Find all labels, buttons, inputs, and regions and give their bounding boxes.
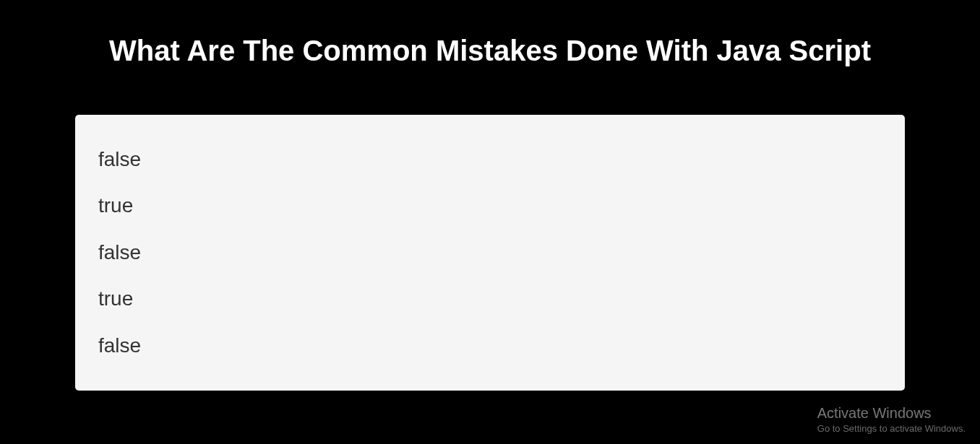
watermark-subtitle: Go to Settings to activate Windows.	[817, 423, 966, 434]
result-line: false	[87, 136, 893, 183]
watermark-title: Activate Windows	[817, 405, 966, 422]
windows-activation-watermark: Activate Windows Go to Settings to activ…	[817, 405, 966, 434]
result-line: false	[87, 323, 893, 369]
result-line: false	[87, 230, 893, 276]
output-panel: false true false true false	[75, 115, 905, 391]
page-heading: What Are The Common Mistakes Done With J…	[0, 0, 980, 73]
result-line: true	[87, 276, 893, 322]
result-line: true	[87, 183, 893, 229]
